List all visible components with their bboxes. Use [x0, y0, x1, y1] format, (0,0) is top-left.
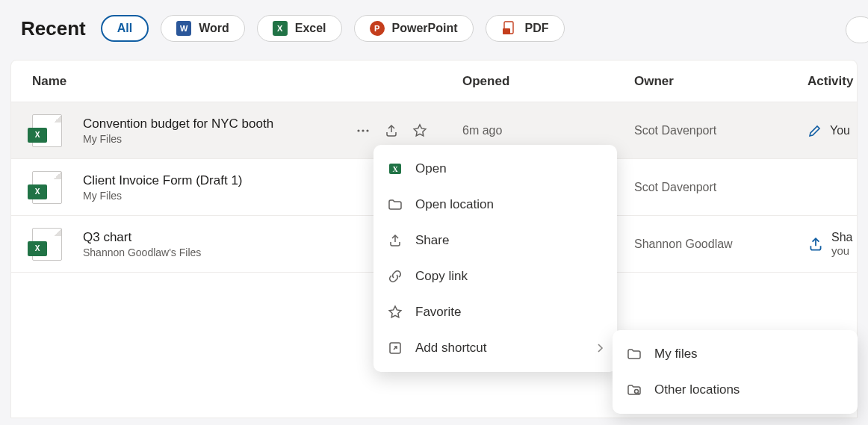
- opened-cell: 6m ago: [462, 124, 634, 137]
- word-icon: W: [176, 21, 191, 36]
- shortcut-icon: [387, 340, 403, 356]
- file-title: Convention budget for NYC booth: [83, 117, 273, 131]
- link-icon: [387, 268, 403, 285]
- folder-icon: [626, 346, 642, 362]
- overflow-pill-button[interactable]: [846, 16, 868, 43]
- excel-icon: X: [273, 21, 288, 36]
- svg-point-3: [362, 129, 364, 131]
- shortcut-submenu: My files Other locations: [613, 330, 858, 414]
- file-title: Q3 chart: [83, 230, 201, 245]
- powerpoint-icon: P: [370, 21, 385, 36]
- ctx-share[interactable]: Share: [373, 223, 617, 258]
- excel-file-icon: X: [32, 228, 62, 261]
- svg-text:X: X: [392, 165, 398, 173]
- filter-chip-word[interactable]: W Word: [161, 15, 245, 42]
- recent-title: Recent: [21, 17, 86, 40]
- edit-icon: [807, 123, 822, 138]
- owner-cell: Shannon Goodlaw: [634, 238, 807, 251]
- context-menu: X Open Open location Share Copy link Fav…: [373, 145, 617, 372]
- ctx-label: Open: [415, 161, 447, 176]
- ctx-open-location[interactable]: Open location: [373, 187, 617, 223]
- svg-rect-1: [503, 28, 510, 34]
- ctx-favorite[interactable]: Favorite: [373, 294, 617, 330]
- column-header-activity[interactable]: Activity: [807, 74, 857, 89]
- file-location: My Files: [83, 133, 273, 145]
- filter-label: Excel: [295, 22, 326, 35]
- filter-chip-excel[interactable]: X Excel: [257, 15, 342, 42]
- share-button[interactable]: [383, 122, 400, 139]
- chevron-right-icon: [595, 343, 605, 353]
- favorite-button[interactable]: [412, 122, 428, 139]
- ctx-label: Favorite: [415, 305, 461, 320]
- excel-file-icon: X: [32, 171, 62, 204]
- excel-icon: X: [387, 161, 403, 177]
- file-title: Client Invoice Form (Draft 1): [83, 173, 243, 188]
- ctx-label: Share: [415, 233, 449, 248]
- filter-chip-all[interactable]: All: [101, 15, 149, 42]
- ctx-add-shortcut[interactable]: Add shortcut: [373, 330, 617, 366]
- filter-chip-powerpoint[interactable]: P PowerPoint: [354, 15, 474, 42]
- activity-cell: You: [807, 123, 857, 138]
- filter-label: PDF: [525, 22, 549, 35]
- row-hover-actions: [355, 122, 428, 139]
- filter-chip-pdf[interactable]: PDF: [486, 15, 565, 42]
- owner-cell: Scot Davenport: [634, 181, 807, 194]
- column-header-owner[interactable]: Owner: [634, 74, 807, 89]
- file-location: Shannon Goodlaw's Files: [83, 246, 201, 258]
- submenu-other-locations[interactable]: Other locations: [613, 372, 858, 408]
- filter-label: All: [117, 22, 132, 35]
- star-icon: [387, 304, 403, 320]
- ctx-label: Copy link: [415, 269, 468, 284]
- folder-search-icon: [626, 382, 642, 398]
- svg-point-8: [635, 390, 639, 394]
- svg-point-4: [366, 129, 368, 131]
- ctx-open[interactable]: X Open: [373, 151, 617, 187]
- ctx-label: Add shortcut: [415, 341, 486, 356]
- filter-label: PowerPoint: [392, 22, 458, 35]
- folder-open-icon: [387, 196, 403, 213]
- submenu-my-files[interactable]: My files: [613, 336, 858, 372]
- share-icon: [387, 232, 403, 249]
- submenu-label: My files: [654, 347, 698, 362]
- excel-file-icon: X: [32, 114, 62, 147]
- pdf-icon: [501, 20, 518, 37]
- share-icon: [807, 236, 824, 252]
- owner-cell: Scot Davenport: [634, 124, 807, 137]
- header-filter-row: Recent All W Word X Excel P PowerPoint P…: [0, 0, 868, 60]
- column-headers: Name Opened Owner Activity: [11, 61, 857, 102]
- filter-label: Word: [199, 22, 229, 35]
- activity-cell: Sha you: [807, 231, 857, 258]
- column-header-opened[interactable]: Opened: [462, 74, 634, 89]
- ctx-label: Open location: [415, 197, 494, 212]
- ctx-copy-link[interactable]: Copy link: [373, 258, 617, 294]
- submenu-label: Other locations: [654, 382, 740, 397]
- activity-text: Sha you: [831, 231, 852, 258]
- file-location: My Files: [83, 190, 243, 202]
- column-header-name[interactable]: Name: [11, 74, 462, 89]
- svg-point-2: [357, 129, 359, 131]
- activity-text: You: [830, 124, 850, 137]
- more-actions-button[interactable]: [355, 122, 371, 139]
